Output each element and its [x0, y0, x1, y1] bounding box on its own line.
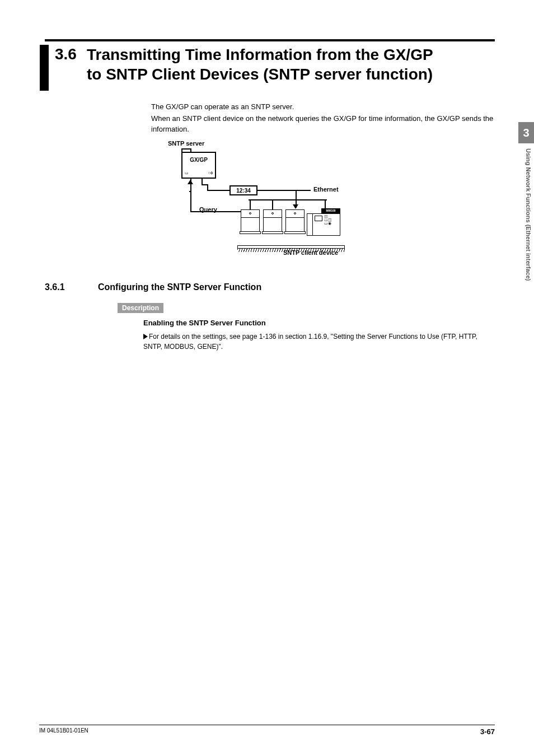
- subsection-heading: 3.6.1 Configuring the SNTP Server Functi…: [39, 282, 495, 292]
- page-number: 3-67: [480, 727, 495, 736]
- heading-left-bar-col: [39, 45, 49, 91]
- chapter-side-label: Using Network Functions (Ethernet interf…: [521, 148, 532, 372]
- page-footer: IM 04L51B01-01EN 3-67: [39, 725, 495, 736]
- description-text: For details on the settings, see page 1-…: [143, 332, 495, 352]
- intro-text: The GX/GP can operate as an SNTP server.…: [151, 102, 495, 260]
- heading-top-rule: [45, 39, 495, 41]
- section-title-line2: to SNTP Client Devices (SNTP server func…: [87, 66, 433, 83]
- triangle-bullet-icon: [143, 334, 148, 339]
- ethernet-label: Ethernet: [313, 185, 339, 194]
- page: 3.6 Transmitting Time Information from t…: [0, 0, 534, 756]
- doc-id: IM 04L51B01-01EN: [39, 727, 88, 736]
- section-number: 3.6: [55, 45, 77, 64]
- section-title: Transmitting Time Information from the G…: [87, 45, 495, 84]
- description-block: Description Enabling the SNTP Server Fun…: [118, 302, 495, 352]
- mw100-icon: MW100 ▯▯▭ ◫▭ ◉: [307, 208, 340, 235]
- sntp-server-label: SNTP server: [168, 139, 204, 148]
- gxgp-device-icon: GX/GP ▭○ȯ: [181, 152, 216, 179]
- query-label: Query: [199, 206, 217, 214]
- subsection-number: 3.6.1: [45, 282, 98, 292]
- intro-line2: When an SNTP client device on the networ…: [151, 114, 495, 135]
- heading-left-bar: [40, 45, 49, 91]
- time-box: 12:34: [229, 185, 257, 195]
- chapter-tab: 3: [518, 122, 534, 143]
- subsection-title: Configuring the SNTP Server Function: [98, 282, 261, 292]
- sntp-diagram: SNTP server GX/GP ▭○ȯ 12:34 Ethernet: [168, 139, 375, 260]
- description-subheading: Enabling the SNTP Server Function: [143, 319, 495, 327]
- description-tag: Description: [118, 303, 163, 313]
- description-body: For details on the settings, see page 1-…: [143, 333, 477, 351]
- client-cluster-icon: MW100 ▯▯▭ ◫▭ ◉: [241, 209, 341, 243]
- section-heading: 3.6 Transmitting Time Information from t…: [39, 45, 495, 91]
- intro-line1: The GX/GP can operate as an SNTP server.: [151, 102, 495, 113]
- gxgp-device-label: GX/GP: [182, 156, 215, 165]
- sntp-client-label: SNTP client device: [269, 249, 353, 258]
- section-title-line1: Transmitting Time Information from the G…: [87, 46, 433, 63]
